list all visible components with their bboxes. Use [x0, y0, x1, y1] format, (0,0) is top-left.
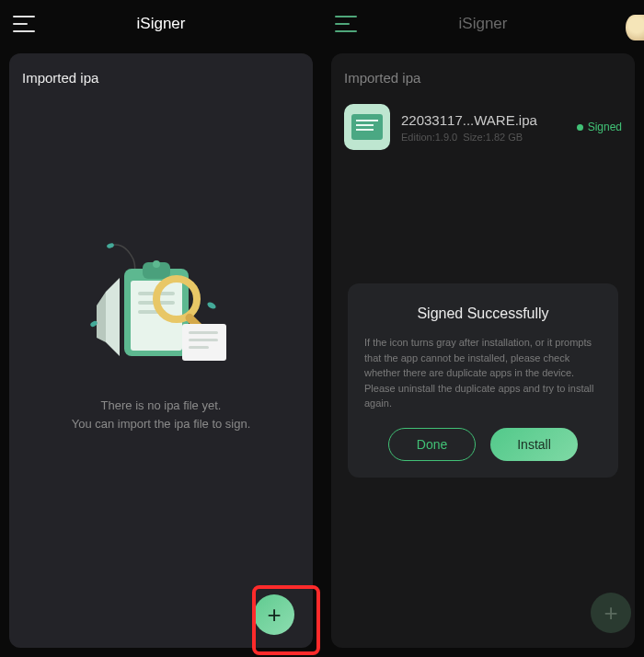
- screen-empty-state: iSigner Imported ipa: [0, 0, 322, 657]
- empty-text-line2: You can import the ipa file to sign.: [72, 415, 251, 433]
- status-text: Signed: [588, 121, 622, 133]
- imported-card: Imported ipa 22033117...WARE.ipa Edition…: [331, 53, 635, 648]
- add-button[interactable]: +: [591, 593, 631, 633]
- install-button[interactable]: Install: [490, 428, 578, 461]
- signed-dialog: Signed Successfully If the icon turns gr…: [348, 283, 618, 478]
- card-title: Imported ipa: [331, 53, 635, 95]
- ipa-info: 22033117...WARE.ipa Edition:1.9.0 Size:1…: [401, 112, 569, 143]
- status-dot-icon: [577, 124, 583, 131]
- dialog-buttons: Done Install: [364, 428, 602, 461]
- app-title: iSigner: [459, 15, 508, 33]
- svg-rect-13: [182, 324, 226, 361]
- header: iSigner: [322, 0, 644, 48]
- screen-signed-dialog: iSigner Imported ipa 22033117...WARE.ipa…: [322, 0, 644, 657]
- dialog-body: If the icon turns gray after installatio…: [364, 335, 602, 411]
- add-button[interactable]: +: [254, 594, 294, 635]
- status-badge: Signed: [577, 121, 622, 133]
- svg-point-12: [206, 301, 217, 310]
- dialog-title: Signed Successfully: [364, 305, 602, 322]
- svg-marker-2: [97, 292, 106, 342]
- ipa-row[interactable]: 22033117...WARE.ipa Edition:1.9.0 Size:1…: [331, 95, 635, 159]
- avatar-icon[interactable]: [626, 15, 644, 40]
- ipa-filename: 22033117...WARE.ipa: [401, 112, 569, 128]
- ipa-file-icon: [344, 104, 390, 150]
- menu-icon[interactable]: [13, 16, 35, 32]
- empty-state: There is no ipa file yet. You can import…: [9, 95, 313, 648]
- svg-marker-1: [106, 278, 120, 356]
- svg-point-0: [106, 242, 114, 248]
- svg-rect-15: [189, 339, 218, 341]
- svg-rect-16: [189, 346, 209, 349]
- done-button[interactable]: Done: [388, 428, 476, 461]
- empty-text-line1: There is no ipa file yet.: [101, 397, 222, 415]
- ipa-meta: Edition:1.9.0 Size:1.82 GB: [401, 132, 569, 143]
- app-title: iSigner: [137, 15, 186, 33]
- header: iSigner: [0, 0, 322, 48]
- svg-rect-14: [189, 331, 218, 334]
- svg-point-5: [153, 260, 160, 268]
- card-title: Imported ipa: [9, 53, 313, 95]
- imported-card: Imported ipa: [9, 53, 313, 648]
- empty-illustration-icon: [83, 236, 239, 375]
- menu-icon[interactable]: [335, 16, 357, 32]
